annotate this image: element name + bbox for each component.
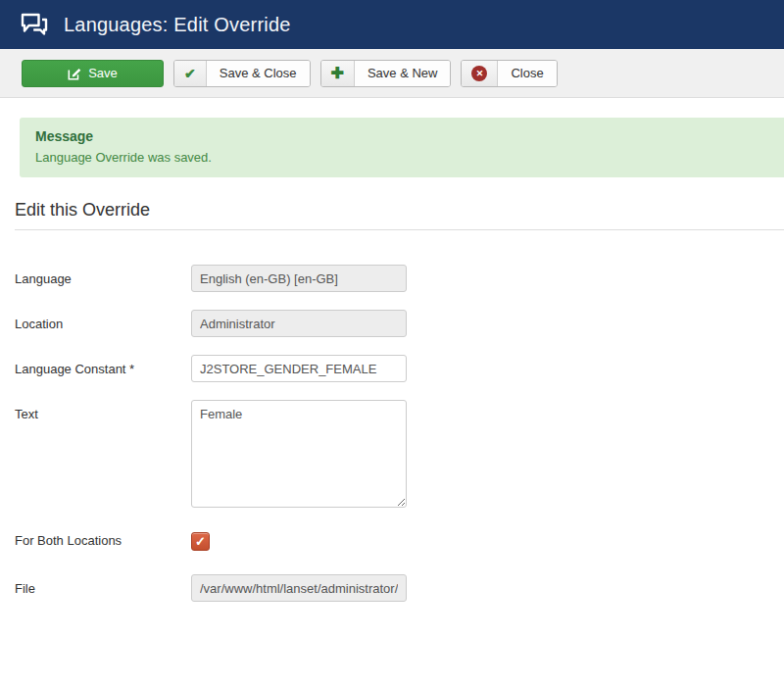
for-both-locations-row: For Both Locations ✓ [15, 529, 784, 551]
text-field[interactable]: Female [191, 400, 407, 508]
close-button[interactable]: ✕ Close [461, 60, 557, 87]
toolbar: Save ✔ Save & Close ✚ Save & New ✕ Close [0, 49, 784, 98]
edit-icon [68, 67, 81, 80]
check-icon: ✔ [174, 61, 207, 86]
language-constant-label: Language Constant * [15, 355, 191, 382]
plus-icon: ✚ [321, 61, 355, 86]
page-header: Languages: Edit Override [0, 0, 784, 49]
location-row: Location [15, 310, 784, 337]
save-button-label: Save [88, 66, 118, 80]
message-body: Language Override was saved. [35, 150, 768, 165]
save-and-close-label: Save & Close [207, 61, 310, 86]
location-label: Location [15, 310, 191, 337]
file-field [191, 574, 407, 602]
language-field [191, 265, 407, 292]
comments-icon [20, 12, 49, 37]
text-label: Text [15, 400, 191, 508]
save-and-close-button[interactable]: ✔ Save & Close [173, 60, 311, 87]
close-button-label: Close [498, 61, 556, 86]
language-constant-field[interactable] [191, 355, 407, 382]
file-label: File [15, 574, 191, 602]
text-row: Text Female [15, 400, 784, 508]
language-row: Language [15, 265, 784, 292]
language-label: Language [15, 265, 191, 292]
for-both-locations-checkbox[interactable]: ✓ [191, 532, 210, 551]
cancel-circle-icon: ✕ [462, 61, 498, 86]
for-both-locations-label: For Both Locations [15, 529, 191, 551]
override-form: Language Location Language Constant * Te… [15, 265, 784, 602]
language-constant-row: Language Constant * [15, 355, 784, 382]
save-and-new-label: Save & New [355, 61, 451, 86]
section-title: Edit this Override [15, 200, 784, 230]
page-title: Languages: Edit Override [64, 14, 291, 36]
save-button[interactable]: Save [22, 60, 164, 87]
message-alert: Message Language Override was saved. [20, 118, 784, 177]
file-row: File [15, 574, 784, 602]
save-and-new-button[interactable]: ✚ Save & New [320, 60, 452, 87]
location-field [191, 310, 407, 337]
message-heading: Message [35, 128, 768, 144]
